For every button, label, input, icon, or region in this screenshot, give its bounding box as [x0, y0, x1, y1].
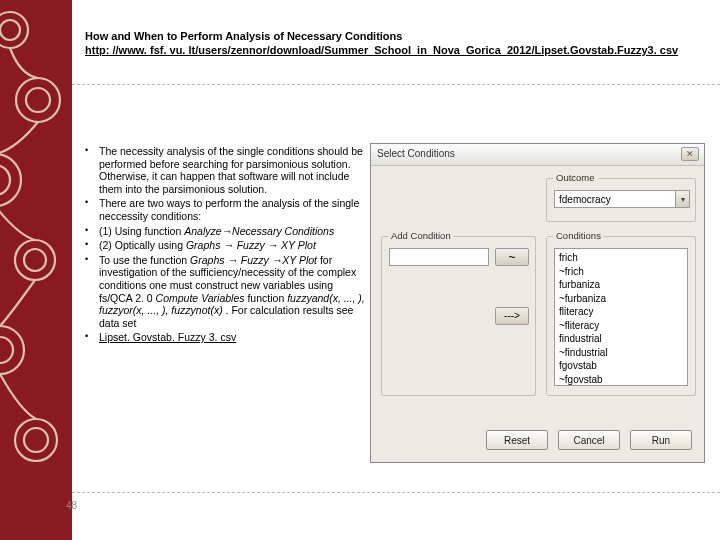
list-item[interactable]: frich — [559, 251, 683, 265]
bullet-text: (2) Optically using — [99, 239, 186, 251]
list-item[interactable]: ~fliteracy — [559, 319, 683, 333]
svg-point-5 — [0, 165, 10, 195]
outcome-group: Outcome fdemocracy ▾ — [546, 178, 696, 222]
svg-point-1 — [0, 20, 20, 40]
slide-header: How and When to Perform Analysis of Nece… — [85, 30, 685, 58]
dialog-button-row: Reset Cancel Run — [486, 430, 692, 450]
bullet-text-italic: Graphs → Fuzzy → XY Plot — [186, 239, 316, 251]
conditions-listbox[interactable]: frich ~frich furbaniza ~furbaniza fliter… — [554, 248, 688, 386]
svg-point-0 — [0, 12, 28, 48]
add-condition-label: Add Condition — [388, 230, 454, 241]
list-item[interactable]: fgovstab — [559, 359, 683, 373]
bullet-text: function — [245, 292, 288, 304]
run-button[interactable]: Run — [630, 430, 692, 450]
svg-point-2 — [16, 78, 60, 122]
list-item[interactable]: ~furbaniza — [559, 292, 683, 306]
svg-point-7 — [24, 249, 46, 271]
conditions-label: Conditions — [553, 230, 604, 241]
svg-point-11 — [24, 428, 48, 452]
list-item: (1) Using function Analyze→Necessary Con… — [85, 225, 365, 238]
list-item: The necessity analysis of the single con… — [85, 145, 365, 195]
negate-button[interactable]: ~ — [495, 248, 529, 266]
svg-point-10 — [15, 419, 57, 461]
bullet-text: (1) Using function — [99, 225, 184, 237]
bullet-text-italic: Compute Variables — [156, 292, 245, 304]
close-icon: ✕ — [686, 149, 694, 159]
list-item[interactable]: ~fgovstab — [559, 373, 683, 387]
list-item[interactable]: ~findustrial — [559, 346, 683, 360]
chevron-down-icon[interactable]: ▾ — [675, 191, 689, 207]
divider-bottom — [72, 492, 720, 493]
list-item[interactable]: findustrial — [559, 332, 683, 346]
conditions-group: Conditions frich ~frich furbaniza ~furba… — [546, 236, 696, 396]
page-number: 48 — [66, 500, 77, 511]
slide-url[interactable]: http: //www. fsf. vu. lt/users/zennor/do… — [85, 44, 678, 58]
dialog-title-text: Select Conditions — [377, 148, 455, 159]
add-condition-group: Add Condition ~ ---> — [381, 236, 536, 396]
select-conditions-dialog: Select Conditions ✕ Outcome fdemocracy ▾… — [370, 143, 705, 463]
reset-button[interactable]: Reset — [486, 430, 548, 450]
bullet-text-italic: Analyze→Necessary Conditions — [184, 225, 334, 237]
slide-decoration — [0, 0, 72, 540]
bullet-text: The necessity analysis of the single con… — [99, 145, 363, 195]
add-arrow-button[interactable]: ---> — [495, 307, 529, 325]
cancel-button[interactable]: Cancel — [558, 430, 620, 450]
list-item: To use the function Graphs → Fuzzy →XY P… — [85, 254, 365, 330]
bullet-text-italic: Graphs → Fuzzy →XY Plot — [190, 254, 317, 266]
list-item[interactable]: fliteracy — [559, 305, 683, 319]
close-button[interactable]: ✕ — [681, 147, 699, 161]
bullet-text: To use the function — [99, 254, 190, 266]
divider-top — [72, 84, 720, 85]
list-item: (2) Optically using Graphs → Fuzzy → XY … — [85, 239, 365, 252]
add-condition-input[interactable] — [389, 248, 489, 266]
slide-title: How and When to Perform Analysis of Nece… — [85, 30, 402, 42]
list-item: There are two ways to perform the analys… — [85, 197, 365, 222]
outcome-label: Outcome — [553, 172, 598, 183]
bullet-text: There are two ways to perform the analys… — [99, 197, 359, 222]
outcome-combobox[interactable]: fdemocracy ▾ — [554, 190, 690, 208]
outcome-value: fdemocracy — [555, 194, 675, 205]
bullet-link[interactable]: Lipset. Govstab. Fuzzy 3. csv — [99, 331, 236, 343]
svg-point-6 — [15, 240, 55, 280]
list-item[interactable]: furbaniza — [559, 278, 683, 292]
list-item: Lipset. Govstab. Fuzzy 3. csv — [85, 331, 365, 344]
dialog-titlebar: Select Conditions ✕ — [371, 144, 704, 166]
ornament-swirls — [0, 0, 72, 540]
svg-point-3 — [26, 88, 50, 112]
list-item[interactable]: ~frich — [559, 265, 683, 279]
svg-point-9 — [0, 337, 13, 363]
bullet-list: The necessity analysis of the single con… — [85, 145, 365, 346]
